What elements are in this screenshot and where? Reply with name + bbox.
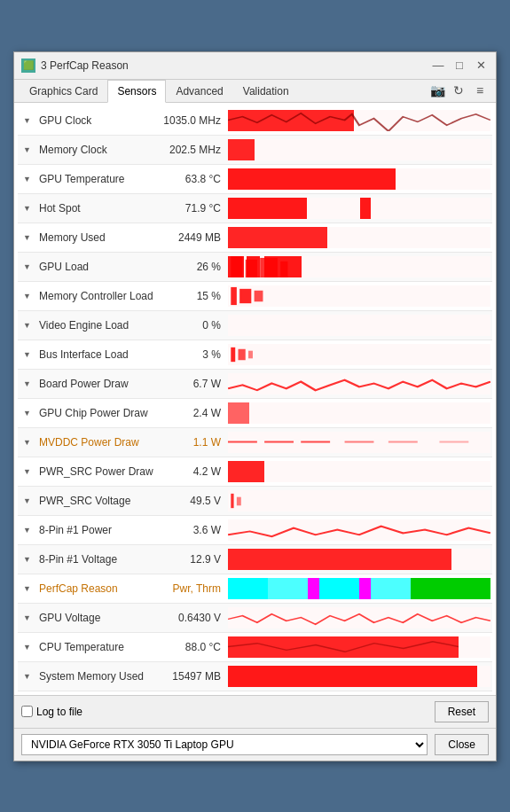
sensors-content: ▼ GPU Clock 1035.0 MHz ▼ Memory Clock 20… xyxy=(14,103,496,695)
dropdown-icon[interactable]: ▼ xyxy=(23,613,35,622)
svg-rect-3 xyxy=(280,261,287,277)
minimize-button[interactable]: — xyxy=(430,58,446,74)
sensor-label-video-engine: ▼ Video Engine Load xyxy=(18,319,155,332)
sensor-value-mem-ctrl-load: 15 % xyxy=(155,290,226,302)
table-row: ▼ GPU Voltage 0.6430 V xyxy=(18,604,492,633)
dropdown-icon[interactable]: ▼ xyxy=(23,584,35,593)
tab-sensors[interactable]: Sensors xyxy=(107,80,166,103)
device-bar: NVIDIA GeForce RTX 3050 Ti Laptop GPU Cl… xyxy=(14,728,496,761)
camera-button[interactable]: 📷 xyxy=(427,80,448,101)
sensor-label-perfcap: ▼ PerfCap Reason xyxy=(18,582,155,595)
table-row: ▼ PerfCap Reason Pwr, Thrm xyxy=(18,574,492,604)
table-row: ▼ Bus Interface Load 3 % xyxy=(18,340,492,370)
log-to-file-label: Log to file xyxy=(36,706,82,718)
sensor-label-hot-spot: ▼ Hot Spot xyxy=(18,202,155,215)
refresh-button[interactable]: ↻ xyxy=(448,80,469,101)
sensor-value-sys-mem: 15497 MB xyxy=(155,670,226,683)
sensor-label-8pin-voltage: ▼ 8-Pin #1 Voltage xyxy=(18,553,155,566)
sensor-label-pwr-src-power: ▼ PWR_SRC Power Draw xyxy=(18,465,155,478)
maximize-button[interactable]: □ xyxy=(451,58,467,74)
sensor-bar-memory-used xyxy=(226,223,492,252)
dropdown-icon[interactable]: ▼ xyxy=(23,526,35,535)
sensor-label-sys-mem: ▼ System Memory Used xyxy=(18,670,155,683)
svg-rect-16 xyxy=(231,493,233,507)
sensor-label-pwr-src-voltage: ▼ PWR_SRC Voltage xyxy=(18,495,155,507)
dropdown-icon[interactable]: ▼ xyxy=(23,409,35,418)
svg-rect-2 xyxy=(260,257,278,277)
sensor-label-gpu-load: ▼ GPU Load xyxy=(18,261,155,273)
reset-button[interactable]: Reset xyxy=(435,701,489,722)
sensor-label-mvddc-power: ▼ MVDDC Power Draw xyxy=(18,436,155,449)
sensor-bar-pwr-src-power xyxy=(226,457,492,486)
sensor-value-gpu-chip-power: 2.4 W xyxy=(155,407,226,419)
dropdown-icon[interactable]: ▼ xyxy=(23,379,35,388)
table-row: ▼ Memory Used 2449 MB xyxy=(18,223,492,253)
table-row: ▼ Memory Clock 202.5 MHz xyxy=(18,136,492,165)
sensor-bar-board-power xyxy=(226,370,492,398)
dropdown-icon[interactable]: ▼ xyxy=(23,321,35,330)
sensor-value-hot-spot: 71.9 °C xyxy=(155,202,226,215)
sensor-value-8pin-power: 3.6 W xyxy=(155,524,226,536)
table-row: ▼ 8-Pin #1 Power 3.6 W xyxy=(18,516,492,545)
table-row: ▼ System Memory Used 15497 MB xyxy=(18,662,492,691)
sensor-bar-sys-mem xyxy=(226,662,492,691)
dropdown-icon[interactable]: ▼ xyxy=(23,116,35,125)
dropdown-icon[interactable]: ▼ xyxy=(23,350,35,359)
device-select[interactable]: NVIDIA GeForce RTX 3050 Ti Laptop GPU xyxy=(21,734,428,755)
sensor-bar-perfcap xyxy=(226,574,492,603)
table-row: ▼ GPU Clock 1035.0 MHz xyxy=(18,106,492,136)
sensor-label-8pin-power: ▼ 8-Pin #1 Power xyxy=(18,524,155,536)
sensor-label-memory-clock: ▼ Memory Clock xyxy=(18,144,155,156)
menu-button[interactable]: ≡ xyxy=(469,80,490,101)
sensor-label-cpu-temp: ▼ CPU Temperature xyxy=(18,641,155,653)
svg-rect-1 xyxy=(246,259,257,277)
sensor-bar-mem-ctrl-load xyxy=(226,282,492,310)
table-row: ▼ CPU Temperature 88.0 °C xyxy=(18,633,492,662)
dropdown-icon[interactable]: ▼ xyxy=(23,175,35,183)
table-row: ▼ MVDDC Power Draw 1.1 W xyxy=(18,428,492,457)
dropdown-icon[interactable]: ▼ xyxy=(23,467,35,476)
window-title: 3 PerfCap Reason xyxy=(41,59,425,72)
sensor-bar-pwr-src-voltage xyxy=(226,487,492,515)
svg-rect-5 xyxy=(239,288,251,302)
dropdown-icon[interactable]: ▼ xyxy=(23,672,35,681)
sensor-value-cpu-temp: 88.0 °C xyxy=(155,641,226,653)
sensor-value-memory-used: 2449 MB xyxy=(155,231,226,244)
dropdown-icon[interactable]: ▼ xyxy=(23,643,35,652)
sensor-bar-video-engine xyxy=(226,311,492,340)
sensor-bar-gpu-temp xyxy=(226,165,492,193)
bottom-toolbar: Log to file Reset xyxy=(14,695,496,728)
table-row: ▼ Video Engine Load 0 % xyxy=(18,311,492,340)
svg-rect-4 xyxy=(231,286,237,304)
close-window-button[interactable]: ✕ xyxy=(473,58,489,74)
table-row: ▼ GPU Temperature 63.8 °C xyxy=(18,165,492,194)
table-row: ▼ PWR_SRC Power Draw 4.2 W xyxy=(18,457,492,487)
log-to-file-checkbox[interactable] xyxy=(21,706,33,717)
tab-advanced[interactable]: Advanced xyxy=(166,80,232,103)
tab-graphics-card[interactable]: Graphics Card xyxy=(20,80,107,103)
sensor-bar-gpu-load xyxy=(226,253,492,281)
sensor-value-gpu-temp: 63.8 °C xyxy=(155,173,226,185)
sensor-value-pwr-src-power: 4.2 W xyxy=(155,465,226,478)
sensor-value-gpu-clock: 1035.0 MHz xyxy=(155,114,226,127)
dropdown-icon[interactable]: ▼ xyxy=(23,145,35,154)
tab-validation[interactable]: Validation xyxy=(233,80,299,103)
dropdown-icon[interactable]: ▼ xyxy=(23,292,35,301)
sensor-bar-gpu-chip-power xyxy=(226,399,492,427)
sensor-label-bus-interface: ▼ Bus Interface Load xyxy=(18,348,155,361)
svg-rect-6 xyxy=(255,290,263,301)
dropdown-icon[interactable]: ▼ xyxy=(23,438,35,447)
dropdown-icon[interactable]: ▼ xyxy=(23,496,35,505)
sensor-label-gpu-chip-power: ▼ GPU Chip Power Draw xyxy=(18,407,155,419)
close-button[interactable]: Close xyxy=(435,734,489,755)
dropdown-icon[interactable]: ▼ xyxy=(23,262,35,271)
dropdown-icon[interactable]: ▼ xyxy=(23,233,35,242)
sensor-label-gpu-temp: ▼ GPU Temperature xyxy=(18,173,155,185)
sensor-bar-mvddc-power xyxy=(226,428,492,457)
dropdown-icon[interactable]: ▼ xyxy=(23,555,35,564)
sensor-bar-hot-spot xyxy=(226,194,492,223)
sensor-bar-bus-interface xyxy=(226,340,492,369)
sensor-bar-8pin-power xyxy=(226,516,492,544)
dropdown-icon[interactable]: ▼ xyxy=(23,204,35,213)
table-row: ▼ Board Power Draw 6.7 W xyxy=(18,370,492,399)
